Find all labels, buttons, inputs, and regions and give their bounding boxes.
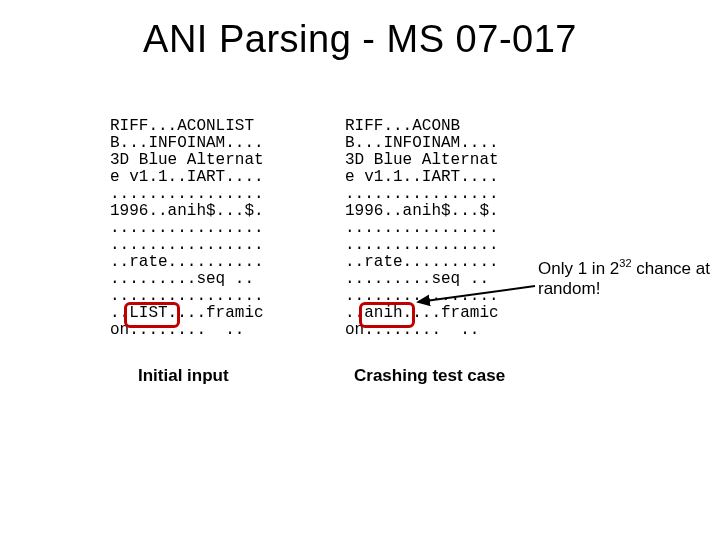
slide: ANI Parsing - MS 07-017 RIFF...ACONLIST … [0,0,720,540]
probability-note: Only 1 in 232 chance at random! [538,253,720,299]
caption-initial: Initial input [138,366,229,386]
caption-crash: Crashing test case [354,366,505,386]
note-text-before: Only 1 in 2 [538,259,619,278]
highlight-box-right [359,302,415,328]
highlight-box-left [124,302,180,328]
note-exponent: 32 [619,257,631,269]
page-title: ANI Parsing - MS 07-017 [0,18,720,61]
